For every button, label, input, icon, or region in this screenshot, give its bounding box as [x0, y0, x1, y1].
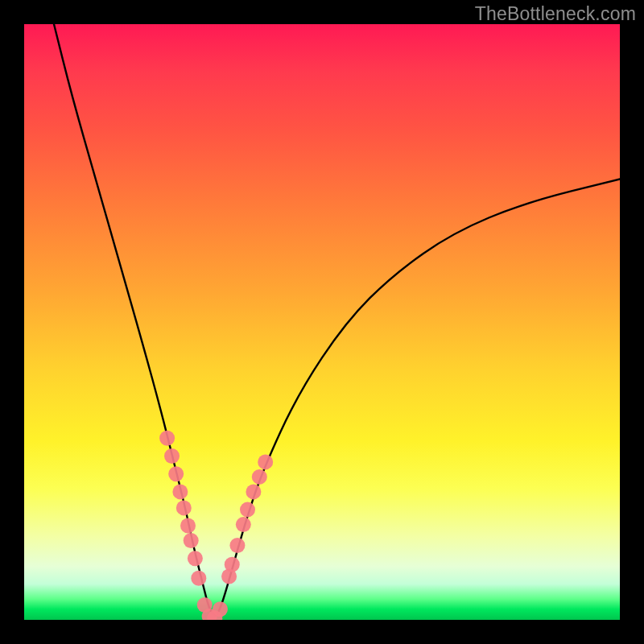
- marker-point: [164, 448, 180, 464]
- marker-point: [236, 517, 251, 532]
- marker-point: [240, 502, 255, 518]
- marker-point: [252, 469, 267, 485]
- marker-point: [229, 538, 245, 553]
- watermark-text: TheBottleneck.com: [475, 3, 636, 25]
- marker-point: [258, 454, 273, 469]
- marker-point: [191, 571, 206, 586]
- scatter-markers: [159, 431, 273, 620]
- line-series: [54, 24, 620, 616]
- chart-frame: TheBottleneck.com: [0, 0, 644, 644]
- marker-point: [188, 551, 203, 566]
- marker-point: [246, 484, 261, 499]
- marker-point: [159, 431, 175, 446]
- marker-point: [184, 533, 199, 548]
- chart-plot-area: [24, 24, 620, 620]
- marker-point: [225, 557, 240, 572]
- marker-point: [168, 466, 184, 481]
- marker-point: [213, 601, 228, 617]
- marker-point: [180, 518, 196, 534]
- marker-point: [176, 500, 192, 515]
- marker-point: [172, 484, 188, 499]
- chart-svg: [24, 24, 620, 620]
- bottleneck-curve-path: [54, 24, 620, 616]
